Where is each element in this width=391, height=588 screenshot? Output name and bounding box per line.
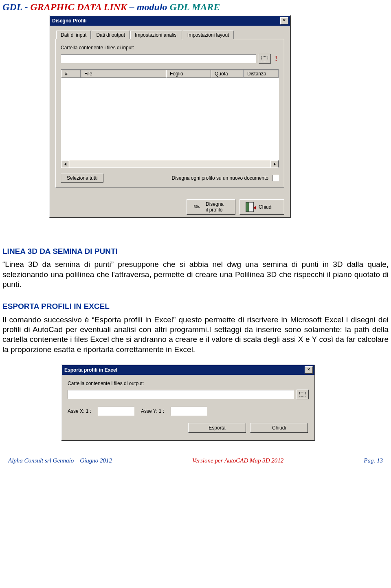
section-linea3d-body: “Linea 3D da semina di punti” presuppone… xyxy=(2,260,389,289)
axis-x-field[interactable] xyxy=(98,407,134,416)
scroll-right-icon[interactable] xyxy=(270,160,279,168)
header-gdl: GDL xyxy=(2,2,22,12)
window-title: Esporta profili in Excel xyxy=(64,367,117,373)
title-bar[interactable]: Esporta profili in Excel × xyxy=(62,365,314,375)
close-button[interactable]: Chiudi xyxy=(250,423,308,433)
listview-body[interactable] xyxy=(61,78,279,160)
output-folder-label: Cartella contenente i files di output: xyxy=(68,381,309,386)
scroll-track[interactable] xyxy=(69,160,270,167)
browse-icon xyxy=(299,392,306,397)
title-bar[interactable]: Disegno Profili × xyxy=(50,16,290,26)
pencil-icon: ✎ xyxy=(191,202,202,212)
exit-door-icon xyxy=(244,202,255,212)
col-foglio[interactable]: Foglio xyxy=(166,70,211,78)
header-graphic: GRAPHIC xyxy=(30,2,74,12)
col-distanza[interactable]: Distanza xyxy=(244,70,279,78)
col-quota[interactable]: Quota xyxy=(211,70,244,78)
close-icon[interactable]: × xyxy=(305,366,313,374)
col-index[interactable]: # xyxy=(61,70,81,78)
warning-icon: ! xyxy=(273,55,279,62)
section-linea3d-title: LINEA 3D DA SEMINA DI PUNTI xyxy=(2,247,389,256)
header-gdl-mare: GDL MARE xyxy=(170,2,220,12)
browse-button[interactable] xyxy=(297,390,309,399)
footer-page: Pag. 13 xyxy=(364,457,383,464)
tab-impostazioni-analisi[interactable]: Impostazioni analisi xyxy=(130,31,182,39)
select-all-button[interactable]: Seleziona tutti xyxy=(61,174,103,183)
tab-panel: Cartella contenente i files di input: ! … xyxy=(55,39,284,188)
each-doc-label: Disegna ogni profilo su un nuovo documen… xyxy=(172,175,269,181)
close-label: Chiudi xyxy=(259,204,272,210)
section-esporta-body: Il comando successivo è “Esporta profili… xyxy=(2,315,389,355)
export-button[interactable]: Esporta xyxy=(188,423,246,433)
col-file[interactable]: File xyxy=(81,70,166,78)
input-folder-field[interactable] xyxy=(61,54,256,63)
tab-strip: Dati di input Dati di output Impostazion… xyxy=(55,31,284,39)
tab-dati-input[interactable]: Dati di input xyxy=(56,31,91,39)
dialog-disegno-profili: Disegno Profili × Dati di input Dati di … xyxy=(49,15,291,218)
tab-dati-output[interactable]: Dati di output xyxy=(92,31,130,39)
scroll-left-icon[interactable] xyxy=(61,160,69,168)
draw-profile-button[interactable]: ✎ Disegna il profilo xyxy=(187,199,235,215)
browse-icon xyxy=(261,56,268,61)
draw-btn-line2: il profilo xyxy=(206,207,224,213)
header-data: DATA xyxy=(77,2,101,12)
each-doc-checkbox[interactable] xyxy=(272,175,279,181)
close-icon[interactable]: × xyxy=(280,17,288,24)
footer-version: Versione per AutoCAD Map 3D 2012 xyxy=(192,457,283,464)
section-esporta-title: ESPORTA PROFILI IN EXCEL xyxy=(2,302,389,311)
close-button[interactable]: Chiudi xyxy=(239,199,284,215)
browse-button[interactable] xyxy=(259,54,271,64)
tab-impostazioni-layout[interactable]: Impostazioni layout xyxy=(183,31,234,39)
axis-y-label: Asse Y: 1 : xyxy=(141,408,164,414)
listview-hscroll[interactable] xyxy=(61,160,279,167)
document-header: GDL - GRAPHIC DATA LINK – modulo GDL MAR… xyxy=(0,0,391,13)
footer-left: Alpha Consult srl Gennaio – Giugno 2012 xyxy=(8,457,112,464)
axis-x-label: Asse X: 1 : xyxy=(68,408,91,414)
header-link: LINK xyxy=(104,2,127,12)
page-footer: Alpha Consult srl Gennaio – Giugno 2012 … xyxy=(0,441,391,468)
window-title: Disegno Profili xyxy=(52,18,87,24)
draw-btn-line1: Disegna xyxy=(206,201,224,207)
listview-header: # File Foglio Quota Distanza xyxy=(61,70,279,78)
input-folder-label: Cartella contenente i files di input: xyxy=(61,45,279,51)
dialog-esporta-profili: Esporta profili in Excel × Cartella cont… xyxy=(61,364,315,441)
file-listview[interactable]: # File Foglio Quota Distanza xyxy=(61,69,279,168)
output-folder-field[interactable] xyxy=(68,390,294,399)
axis-y-field[interactable] xyxy=(171,407,207,416)
header-modulo: modulo xyxy=(137,2,167,12)
